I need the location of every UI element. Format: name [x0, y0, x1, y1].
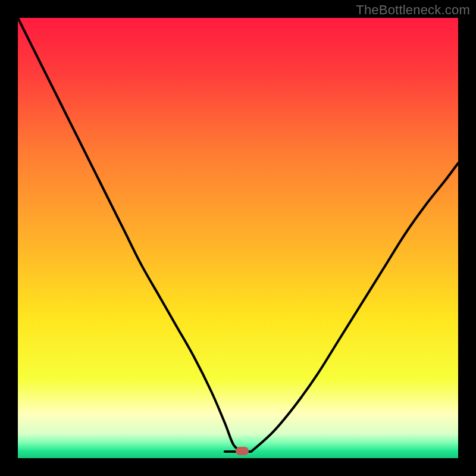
chart-svg — [18, 18, 458, 458]
credit-label: TheBottleneck.com — [356, 2, 470, 18]
gradient-background — [18, 18, 458, 458]
chart-frame: TheBottleneck.com — [0, 0, 476, 476]
plot-area — [18, 18, 458, 458]
optimum-marker — [236, 447, 249, 455]
